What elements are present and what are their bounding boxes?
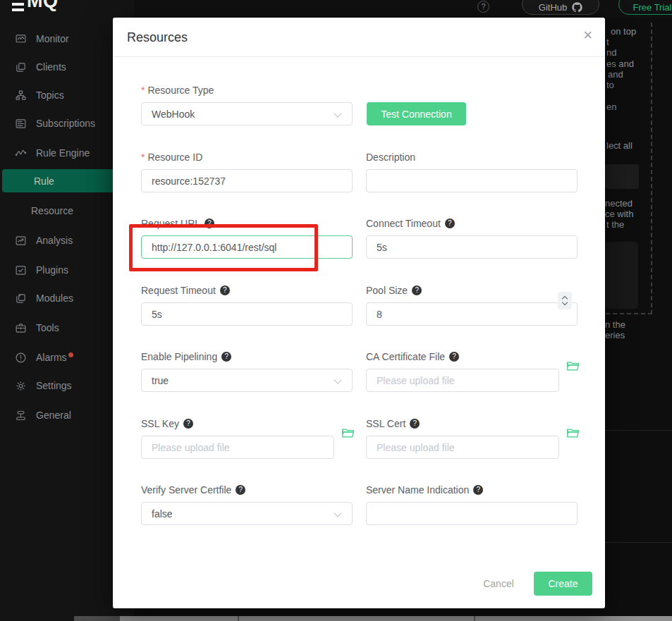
bg-text-fragment: n the bbox=[605, 319, 625, 330]
bg-text-fragment: on top bbox=[611, 26, 636, 37]
field-label: Connect Timeout ? bbox=[366, 216, 578, 230]
field-label: * Resource ID bbox=[141, 150, 353, 164]
test-connection-button[interactable]: Test Connection bbox=[367, 102, 466, 125]
resources-modal: Resources × * Resource Type WebHook Test… bbox=[113, 18, 605, 608]
required-mark: * bbox=[141, 152, 145, 163]
field-label: * Resource Type bbox=[141, 83, 353, 97]
upload-folder-icon[interactable] bbox=[341, 427, 355, 439]
sidebar-item-label: Tools bbox=[36, 322, 59, 333]
server-name-indication-input[interactable] bbox=[366, 502, 578, 525]
field-label: Description bbox=[366, 150, 578, 164]
modal-header: Resources × bbox=[113, 18, 605, 57]
sidebar-item-label: Alarms bbox=[36, 352, 67, 363]
field-label-text: Resource ID bbox=[147, 152, 202, 163]
field-label: Server Name Indication ? bbox=[366, 483, 578, 496]
alarms-icon bbox=[15, 352, 27, 364]
bg-text-fragment: t the bbox=[606, 219, 624, 230]
field-ca-certificate: CA Certificate File ? bbox=[366, 350, 578, 392]
github-button[interactable]: GitHub bbox=[522, 0, 599, 15]
field-enable-pipelining: Enable Pipelining ? true bbox=[141, 350, 353, 392]
pool-size-input[interactable] bbox=[366, 302, 578, 326]
select-value: WebHook bbox=[152, 109, 195, 120]
sidebar-item-label: Subscriptions bbox=[36, 118, 95, 129]
close-icon[interactable]: × bbox=[583, 27, 592, 43]
field-label-text: Resource Type bbox=[147, 85, 214, 96]
stepper-down-icon[interactable] bbox=[562, 300, 568, 305]
github-label: GitHub bbox=[539, 2, 567, 13]
connect-timeout-input[interactable] bbox=[366, 235, 578, 259]
sidebar-item-label: Monitor bbox=[36, 33, 69, 44]
sidebar-item-label: Settings bbox=[36, 380, 72, 391]
alarm-badge-dot bbox=[68, 352, 73, 357]
field-label: Enable Pipelining ? bbox=[141, 350, 353, 363]
sidebar-item-label: Resource bbox=[31, 205, 73, 216]
horizontal-scrollbar[interactable] bbox=[74, 616, 672, 621]
request-timeout-input[interactable] bbox=[141, 302, 353, 326]
field-ssl-key: SSL Key ? bbox=[141, 417, 353, 459]
field-pool-size: Pool Size ? bbox=[366, 283, 578, 326]
sidebar-item-rule[interactable]: Rule bbox=[2, 169, 131, 192]
help-icon[interactable]: ? bbox=[236, 485, 245, 495]
ssl-cert-input[interactable] bbox=[366, 436, 559, 459]
help-icon[interactable]: ? bbox=[221, 352, 231, 362]
free-trial-label: Free Trial bbox=[633, 2, 672, 13]
free-trial-button[interactable]: Free Trial bbox=[618, 0, 672, 15]
field-label-text: Description bbox=[366, 152, 415, 163]
sidebar-item-label: Plugins bbox=[36, 264, 68, 276]
field-label-text: Pool Size bbox=[366, 285, 408, 296]
sidebar-item-label: Clients bbox=[36, 61, 66, 73]
field-description: Description bbox=[366, 150, 578, 192]
subscriptions-icon bbox=[15, 118, 27, 130]
help-icon[interactable]: ? bbox=[183, 419, 193, 429]
sidebar-item-label: Modules bbox=[36, 293, 73, 304]
bg-text-fragment: t bbox=[606, 37, 609, 47]
ssl-key-input[interactable] bbox=[141, 436, 334, 459]
bg-button-remnant bbox=[605, 164, 639, 189]
chevron-down-icon bbox=[334, 376, 341, 383]
help-icon[interactable]: ? bbox=[473, 485, 483, 495]
upload-folder-icon[interactable] bbox=[566, 360, 580, 372]
bg-text-fragment: eries bbox=[605, 330, 625, 340]
field-label-text: Connect Timeout bbox=[366, 218, 441, 229]
field-resource-type: * Resource Type WebHook bbox=[141, 83, 353, 125]
sidebar-item-label: Analysis bbox=[36, 235, 73, 246]
field-label-text: SSL Key bbox=[141, 418, 179, 429]
ca-certificate-file-input[interactable] bbox=[366, 369, 559, 392]
help-icon[interactable]: ? bbox=[410, 419, 420, 429]
field-label: CA Certificate File ? bbox=[366, 350, 578, 363]
topics-icon bbox=[15, 90, 27, 102]
number-stepper[interactable] bbox=[558, 292, 572, 309]
upload-folder-icon[interactable] bbox=[566, 427, 580, 439]
scrollbar-divider bbox=[238, 616, 239, 621]
resource-type-select[interactable]: WebHook bbox=[141, 102, 353, 125]
scrollbar-divider bbox=[474, 616, 475, 621]
select-value: false bbox=[152, 508, 173, 519]
help-icon[interactable]: ? bbox=[220, 285, 230, 295]
bg-text-fragment: ce with bbox=[605, 209, 633, 219]
create-button[interactable]: Create bbox=[534, 572, 592, 596]
sidebar-item-label: Rule bbox=[34, 176, 54, 187]
field-label-text: Enable Pipelining bbox=[141, 351, 217, 362]
help-icon[interactable]: ? bbox=[412, 285, 422, 295]
general-icon bbox=[15, 410, 27, 422]
field-request-timeout: Request Timeout ? bbox=[141, 283, 353, 326]
analysis-icon bbox=[15, 235, 27, 247]
help-icon[interactable]: ? bbox=[477, 1, 489, 13]
tools-icon bbox=[15, 322, 27, 334]
verify-server-certfile-select[interactable]: false bbox=[141, 502, 353, 525]
field-label: SSL Key ? bbox=[141, 417, 353, 430]
cancel-button[interactable]: Cancel bbox=[477, 577, 520, 591]
field-label-text: CA Certificate File bbox=[366, 351, 445, 362]
field-label-text: Server Name Indication bbox=[366, 484, 469, 496]
help-icon[interactable]: ? bbox=[449, 352, 459, 362]
help-icon[interactable]: ? bbox=[445, 219, 455, 228]
bg-text-fragment: en bbox=[606, 102, 616, 112]
field-label: Request Timeout ? bbox=[141, 283, 353, 297]
resource-id-input[interactable] bbox=[141, 169, 353, 192]
scrollbar-track-segment bbox=[74, 616, 120, 621]
field-label-text: Verify Server Certfile bbox=[141, 484, 231, 496]
enable-pipelining-select[interactable]: true bbox=[141, 369, 353, 392]
description-input[interactable] bbox=[366, 169, 578, 192]
emqx-logo: MQ bbox=[12, 0, 59, 12]
github-icon bbox=[572, 1, 582, 13]
